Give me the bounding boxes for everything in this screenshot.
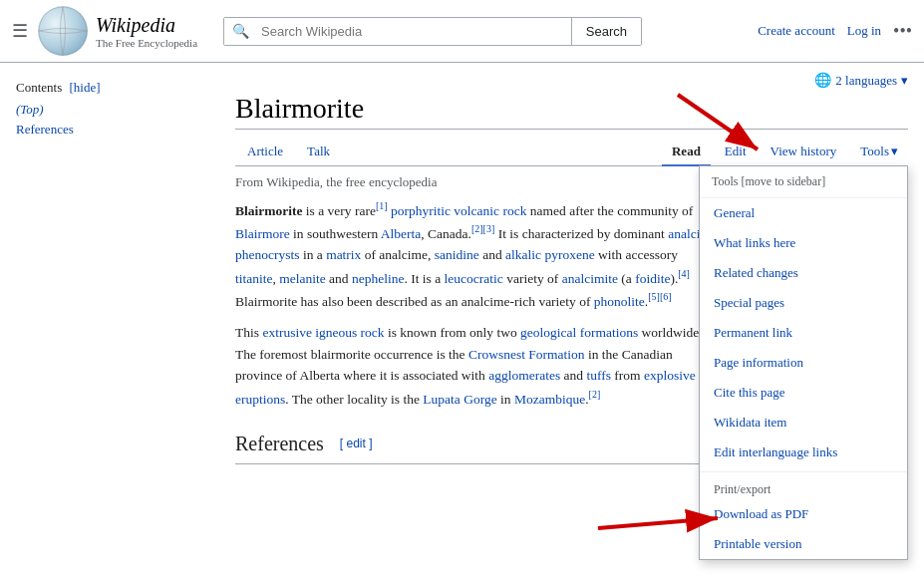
toc-item-top[interactable]: (Top) <box>16 102 203 118</box>
tab-read[interactable]: Read <box>662 138 711 166</box>
logo-subtitle: The Free Encyclopedia <box>96 37 197 49</box>
link-lupata[interactable]: Lupata Gorge <box>423 391 496 406</box>
tab-bar: Article Talk Read Edit View history Tool… <box>235 138 908 166</box>
search-button[interactable]: Search <box>571 18 641 45</box>
main-content: 🌐 2 languages ▾ Blairmorite Article Talk… <box>219 68 924 584</box>
link-leucocratic[interactable]: leucocratic <box>445 270 503 285</box>
link-analcimite[interactable]: analcimite <box>562 270 618 285</box>
language-count: 2 languages <box>835 73 897 89</box>
logo-area: Wikipedia The Free Encyclopedia <box>38 6 197 56</box>
search-form: 🔍 Search <box>223 17 642 46</box>
link-geological-formations[interactable]: geological formations <box>520 325 638 340</box>
sidebar: Contents [hide] (Top) References <box>0 68 219 149</box>
dropdown-header: Tools [move to sidebar] <box>700 166 907 198</box>
link-tuffs[interactable]: tuffs <box>586 368 611 383</box>
tab-view-history[interactable]: View history <box>761 138 847 165</box>
ref-link-4[interactable]: [4] <box>678 268 690 279</box>
search-area: 🔍 Search <box>223 17 732 46</box>
tools-button[interactable]: Tools ▾ <box>850 138 908 165</box>
toc-item-references[interactable]: References <box>16 122 203 138</box>
dropdown-general[interactable]: General <box>700 198 907 228</box>
dropdown-download-pdf[interactable]: Download as PDF <box>700 499 907 529</box>
wikipedia-globe-icon <box>38 6 88 56</box>
link-extrusive[interactable]: extrusive igneous rock <box>262 325 384 340</box>
references-edit-link[interactable]: [ edit ] <box>340 435 373 453</box>
dropdown-what-links-here[interactable]: What links here <box>700 228 907 258</box>
page-title: Blairmorite <box>235 93 908 130</box>
link-blairmore[interactable]: Blairmore <box>235 226 290 241</box>
dropdown-related-changes[interactable]: Related changes <box>700 258 907 288</box>
contents-label: Contents [hide] <box>16 80 203 96</box>
dropdown-cite-page[interactable]: Cite this page <box>700 378 907 408</box>
tab-edit[interactable]: Edit <box>715 138 757 165</box>
header-actions: Create account Log in ••• <box>758 21 912 42</box>
dropdown-divider <box>700 471 907 472</box>
tab-talk[interactable]: Talk <box>295 138 342 165</box>
contents-hide-button[interactable]: [hide] <box>69 80 100 95</box>
language-icon: 🌐 <box>814 72 831 89</box>
table-of-contents: (Top) References <box>16 102 203 138</box>
link-titanite[interactable]: titanite <box>235 270 273 285</box>
ref-link-23[interactable]: [2][3] <box>471 223 494 234</box>
dropdown-permanent-link[interactable]: Permanent link <box>700 318 907 348</box>
search-input[interactable] <box>257 18 571 45</box>
log-in-link[interactable]: Log in <box>847 23 881 39</box>
link-agglomerates[interactable]: agglomerates <box>488 368 560 383</box>
dropdown-print-section: Print/export <box>700 476 907 499</box>
link-melanite[interactable]: melanite <box>279 270 325 285</box>
tools-chevron-icon: ▾ <box>891 144 898 159</box>
search-icon: 🔍 <box>224 18 257 45</box>
tools-container: Tools ▾ Tools [move to sidebar] General … <box>850 138 908 165</box>
logo-title: Wikipedia <box>96 14 197 37</box>
link-crowsnest[interactable]: Crowsnest Formation <box>468 347 585 362</box>
logo-text: Wikipedia The Free Encyclopedia <box>96 14 197 49</box>
hamburger-menu-icon[interactable]: ☰ <box>12 20 28 42</box>
link-porphyritic[interactable]: porphyritic volcanic rock <box>391 203 526 218</box>
dropdown-printable[interactable]: Printable version <box>700 529 907 559</box>
link-nepheline[interactable]: nepheline <box>352 270 404 285</box>
link-mozambique[interactable]: Mozambique <box>514 391 585 406</box>
link-foidite[interactable]: foidite <box>635 270 670 285</box>
create-account-link[interactable]: Create account <box>758 23 835 39</box>
link-alkalic-pyroxene[interactable]: alkalic pyroxene <box>505 247 595 262</box>
more-options-icon[interactable]: ••• <box>893 21 912 42</box>
tools-dropdown-menu: Tools [move to sidebar] General What lin… <box>699 165 908 560</box>
ref-link-56[interactable]: [5][6] <box>648 291 671 302</box>
dropdown-edit-interlanguage[interactable]: Edit interlanguage links <box>700 438 907 467</box>
dropdown-special-pages[interactable]: Special pages <box>700 288 907 318</box>
tab-article[interactable]: Article <box>235 138 295 165</box>
language-chevron-icon: ▾ <box>901 73 908 89</box>
link-alberta[interactable]: Alberta <box>381 226 421 241</box>
dropdown-page-information[interactable]: Page information <box>700 348 907 378</box>
link-sanidine[interactable]: sanidine <box>435 247 479 262</box>
tab-actions: Read Edit View history Tools ▾ Tools [mo… <box>662 138 908 165</box>
link-phonolite[interactable]: phonolite <box>594 293 645 308</box>
ref-link-2b[interactable]: [2] <box>589 389 601 400</box>
ref-link-1[interactable]: [1] <box>376 200 388 211</box>
dropdown-wikidata[interactable]: Wikidata item <box>700 408 907 438</box>
header: ☰ Wikipedia The Free Encyclopedia 🔍 Sear… <box>0 0 924 63</box>
article-bold-term: Blairmorite <box>235 203 302 218</box>
link-matrix[interactable]: matrix <box>326 247 361 262</box>
language-bar[interactable]: 🌐 2 languages ▾ <box>235 68 908 93</box>
